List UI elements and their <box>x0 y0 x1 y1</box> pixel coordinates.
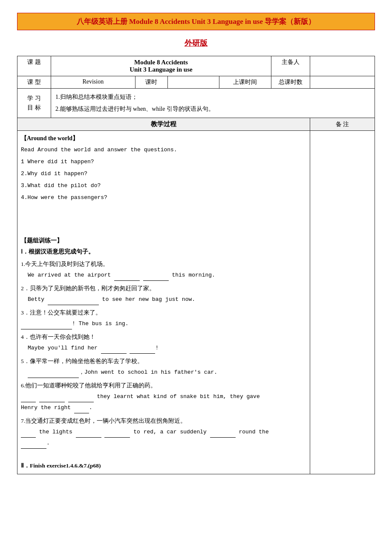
blank6d <box>74 407 89 413</box>
item2-chinese: 2．贝蒂为了见到她的新书包，刚才匆匆赶回了家。 <box>21 283 306 294</box>
item1-english: We arrived at the airport this morning. <box>21 270 306 281</box>
subtitle: 外研版 <box>17 38 375 48</box>
item5: 5．像平常一样，约翰坐他爸爸的车去了学校。 ，John went to scho… <box>21 355 306 378</box>
blank7b <box>76 431 101 438</box>
teaching-process-header: 教学过程 <box>17 118 310 131</box>
item4: 4．也许有一天你会找到她！ Maybe you'll find her ! <box>21 331 306 354</box>
blank7e <box>21 442 46 449</box>
item4-chinese: 4．也许有一天你会找到她！ <box>21 331 306 343</box>
item7: 7.当交通灯正要变成红色时，一辆小汽车突然出现在拐角附近。 the lights… <box>21 415 306 449</box>
beizhu-content <box>310 131 375 474</box>
ketype-value: Revision <box>51 76 135 89</box>
blank4b <box>130 347 155 354</box>
keti-line1: Module 8 Accidents <box>54 59 268 66</box>
main-table: 课 题 Module 8 Accidents Unit 3 Language i… <box>17 56 375 474</box>
item5-chinese: 5．像平常一样，约翰坐他爸爸的车去了学校。 <box>21 355 306 367</box>
item1-chinese: 1.今天上午我们及时到达了机场。 <box>21 258 306 270</box>
keti-label: 课 题 <box>17 56 51 76</box>
item3-english: ! The bus is ing. <box>21 318 306 329</box>
around-world-title: 【Around the world】 <box>21 135 78 141</box>
blank7c <box>104 431 130 438</box>
blank1b <box>143 274 169 281</box>
item6-english2: Henry the right . <box>21 402 306 413</box>
mubiao-content: Ⅰ．根据汉语意思完成句子。 1.归纳和总结本模块重点短语； 2.能够熟练运用过去… <box>51 89 375 118</box>
beizhu-header: 备 注 <box>310 118 375 131</box>
item3: 3．注意！公交车就要过来了。 ! The bus is ing. <box>21 307 306 329</box>
blank7d <box>210 431 236 438</box>
section1-title: 【题组训练一】 <box>21 237 63 244</box>
ketype-label: 课 型 <box>17 76 51 89</box>
mubiao-line2: 2.能够熟练运用过去进行时与 when、while 引导的状语从句。 <box>55 103 370 115</box>
shangke-label: 上课时间 <box>219 76 271 89</box>
q4: 4.How were the passengers? <box>21 192 306 203</box>
q1: 1 Where did it happen? <box>21 156 306 167</box>
section2-roman: Ⅱ．Finish exercise1.4.6.&7.(p68) <box>21 462 101 469</box>
item1: 1.今天上午我们及时到达了机场。 We arrived at the airpo… <box>21 258 306 281</box>
item2-english: Betty to see her new bag just now. <box>21 294 306 305</box>
item7-english2: . <box>21 438 306 449</box>
zongke-value <box>310 76 375 89</box>
item2: 2．贝蒂为了见到她的新书包，刚才匆匆赶回了家。 Betty to see her… <box>21 283 306 305</box>
zhubeiren-value <box>310 56 375 76</box>
item3-chinese: 3．注意！公交车就要过来了。 <box>21 307 306 318</box>
around-world-instruction: Read Around the world and answer the que… <box>21 144 306 156</box>
item5-english: ，John went to school in his father's car… <box>21 367 306 378</box>
blank4a <box>101 347 127 354</box>
item6: 6.他们一知道哪种蛇咬了他就给亨利用了正确的药。 they learnt wha… <box>21 380 306 413</box>
item6-chinese: 6.他们一知道哪种蛇咬了他就给亨利用了正确的药。 <box>21 380 306 391</box>
mubiao-line1: 1.归纳和总结本模块重点短语； <box>55 91 370 103</box>
item7-chinese: 7.当交通灯正要变成红色时，一辆小汽车突然出现在拐角附近。 <box>21 415 306 427</box>
page-title: 八年级英语上册 Module 8 Accidents Unit 3 Langua… <box>17 13 375 30</box>
mubiao-label: 学 习 目 标 <box>17 89 51 118</box>
keshi-value <box>167 76 219 89</box>
main-content: 【Around the world】 Read Around the world… <box>17 131 310 474</box>
item7-english1: the lights to red, a car suddenly round … <box>21 427 306 438</box>
blank6b <box>39 395 65 402</box>
blank6a <box>21 395 36 402</box>
blank2a <box>48 298 99 305</box>
keshi-label: 课时 <box>135 76 167 89</box>
zongke-label: 总课时数 <box>271 76 310 89</box>
blank3a <box>21 323 72 329</box>
keti-content: Module 8 Accidents Unit 3 Language in us… <box>51 56 271 76</box>
item6-english1: they learnt what kind of snake bit him, … <box>21 391 306 402</box>
q2: 2.Why did it happen? <box>21 168 306 179</box>
section1-roman: Ⅰ．根据汉语意思完成句子。 <box>21 248 94 255</box>
zhubeiren-label: 主备人 <box>271 56 310 76</box>
blank7a <box>21 431 36 438</box>
keti-line2: Unit 3 Language in use <box>54 66 268 73</box>
item4-english: Maybe you'll find her ! <box>21 343 306 354</box>
q3: 3.What did the pilot do? <box>21 180 306 191</box>
blank5a <box>28 371 79 378</box>
blank6c <box>68 395 94 402</box>
blank1a <box>114 274 140 281</box>
